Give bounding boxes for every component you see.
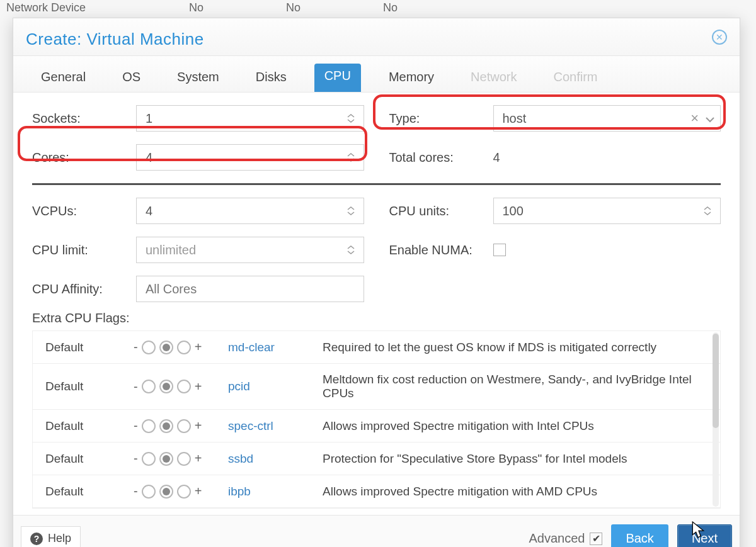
plus-icon: + xyxy=(195,380,202,394)
tristate-off[interactable] xyxy=(142,485,156,499)
tristate-default[interactable] xyxy=(159,452,173,466)
close-icon[interactable]: ✕ xyxy=(712,30,727,45)
cpu-limit-value[interactable] xyxy=(146,243,346,257)
spinner-icon[interactable] xyxy=(346,152,358,162)
minus-icon: - xyxy=(134,484,138,499)
tristate-default[interactable] xyxy=(159,380,173,393)
label-cpu-affinity: CPU Affinity: xyxy=(32,282,136,296)
tristate-on[interactable] xyxy=(177,452,191,466)
bg-no-3: No xyxy=(383,1,404,14)
tristate-on[interactable] xyxy=(177,380,191,393)
flag-row: Default-+pcidMeltdown fix cost reduction… xyxy=(33,364,720,410)
advanced-toggle[interactable]: Advanced ✔ xyxy=(529,531,602,546)
tristate-on[interactable] xyxy=(177,485,191,499)
row-sockets: Sockets: xyxy=(32,105,364,132)
flag-row: Default-+spec-ctrlAllows improved Spectr… xyxy=(33,410,720,443)
dialog-footer: ? Help Advanced ✔ Back Next xyxy=(13,515,740,547)
bg-header: Network Device xyxy=(6,1,113,14)
cpu-limit-input[interactable] xyxy=(136,237,364,263)
create-vm-dialog: Create: Virtual Machine ✕ General OS Sys… xyxy=(13,18,740,547)
type-combobox[interactable]: × xyxy=(493,105,721,132)
label-type: Type: xyxy=(389,111,493,126)
flag-default-label: Default xyxy=(45,380,134,393)
flag-tristate[interactable]: -+ xyxy=(134,340,228,354)
plus-icon: + xyxy=(195,484,202,499)
cores-input[interactable] xyxy=(136,144,364,171)
tristate-default[interactable] xyxy=(159,419,173,433)
section-divider xyxy=(32,183,721,185)
flag-tristate[interactable]: -+ xyxy=(134,484,228,499)
spinner-icon[interactable] xyxy=(703,206,715,216)
row-cpu-affinity: CPU Affinity: xyxy=(32,276,364,302)
flag-name: pcid xyxy=(228,380,323,393)
enable-numa-checkbox[interactable] xyxy=(493,244,506,256)
sockets-value[interactable] xyxy=(146,111,346,126)
tab-memory[interactable]: Memory xyxy=(380,64,443,92)
extra-cpu-flags-title: Extra CPU Flags: xyxy=(32,311,721,325)
next-button[interactable]: Next xyxy=(677,524,732,547)
row-cpu-limit: CPU limit: xyxy=(32,237,364,263)
flag-tristate[interactable]: -+ xyxy=(134,451,228,466)
flag-default-label: Default xyxy=(45,419,134,433)
tab-cpu[interactable]: CPU xyxy=(314,64,361,92)
flag-name: spec-ctrl xyxy=(228,419,323,433)
tristate-off[interactable] xyxy=(142,380,156,393)
flag-description: Required to let the guest OS know if MDS… xyxy=(323,341,707,354)
tab-system[interactable]: System xyxy=(168,64,228,92)
dialog-header: Create: Virtual Machine ✕ xyxy=(13,18,740,56)
minus-icon: - xyxy=(134,419,138,433)
flags-scrollbar[interactable] xyxy=(713,332,719,507)
flag-name: ibpb xyxy=(228,485,323,499)
tristate-on[interactable] xyxy=(177,341,191,354)
tab-general[interactable]: General xyxy=(32,64,94,92)
chevron-down-icon[interactable] xyxy=(705,111,715,126)
tristate-on[interactable] xyxy=(177,419,191,433)
minus-icon: - xyxy=(134,451,138,466)
type-value[interactable] xyxy=(503,111,691,126)
flag-default-label: Default xyxy=(45,485,134,499)
row-enable-numa: Enable NUMA: xyxy=(389,243,721,257)
minus-icon: - xyxy=(134,380,138,394)
label-total-cores: Total cores: xyxy=(389,150,493,165)
label-cpu-units: CPU units: xyxy=(389,204,493,218)
cpu-affinity-value[interactable] xyxy=(146,282,358,296)
tab-os[interactable]: OS xyxy=(113,64,149,92)
tristate-off[interactable] xyxy=(142,341,156,354)
row-total-cores: Total cores: 4 xyxy=(389,150,721,165)
spinner-icon[interactable] xyxy=(346,206,358,216)
bg-no-2: No xyxy=(286,1,307,14)
label-vcpus: VCPUs: xyxy=(32,204,136,218)
cores-value[interactable] xyxy=(146,150,346,165)
wizard-tabs: General OS System Disks CPU Memory Netwo… xyxy=(13,56,740,93)
cpu-units-value[interactable] xyxy=(503,204,704,218)
vcpus-value[interactable] xyxy=(146,204,346,218)
flag-default-label: Default xyxy=(45,452,134,466)
tab-disks[interactable]: Disks xyxy=(247,64,295,92)
back-button[interactable]: Back xyxy=(611,524,668,547)
flag-row: Default-+md-clearRequired to let the gue… xyxy=(33,331,720,364)
cpu-units-input[interactable] xyxy=(493,198,721,224)
clear-type-icon[interactable]: × xyxy=(690,110,699,127)
advanced-checkbox[interactable]: ✔ xyxy=(590,533,602,545)
row-cpu-units: CPU units: xyxy=(389,198,721,224)
tristate-off[interactable] xyxy=(142,419,156,433)
cpu-affinity-input[interactable] xyxy=(136,276,364,302)
flag-description: Meltdown fix cost reduction on Westmere,… xyxy=(323,373,707,400)
tristate-off[interactable] xyxy=(142,452,156,466)
flag-tristate[interactable]: -+ xyxy=(134,380,228,394)
tristate-default[interactable] xyxy=(159,485,173,499)
label-cores: Cores: xyxy=(32,150,136,165)
label-cpu-limit: CPU limit: xyxy=(32,243,136,257)
plus-icon: + xyxy=(195,419,202,433)
tristate-default[interactable] xyxy=(159,341,173,354)
flag-description: Allows improved Spectre mitigation with … xyxy=(323,419,707,433)
spinner-icon[interactable] xyxy=(346,245,358,255)
sockets-input[interactable] xyxy=(136,105,364,132)
spinner-icon[interactable] xyxy=(346,113,358,123)
help-icon: ? xyxy=(30,533,43,545)
vcpus-input[interactable] xyxy=(136,198,364,224)
flag-row: Default-+ibpbAllows improved Spectre mit… xyxy=(33,475,720,508)
flag-tristate[interactable]: -+ xyxy=(134,419,228,433)
help-button[interactable]: ? Help xyxy=(21,526,81,547)
tab-confirm: Confirm xyxy=(544,64,606,92)
